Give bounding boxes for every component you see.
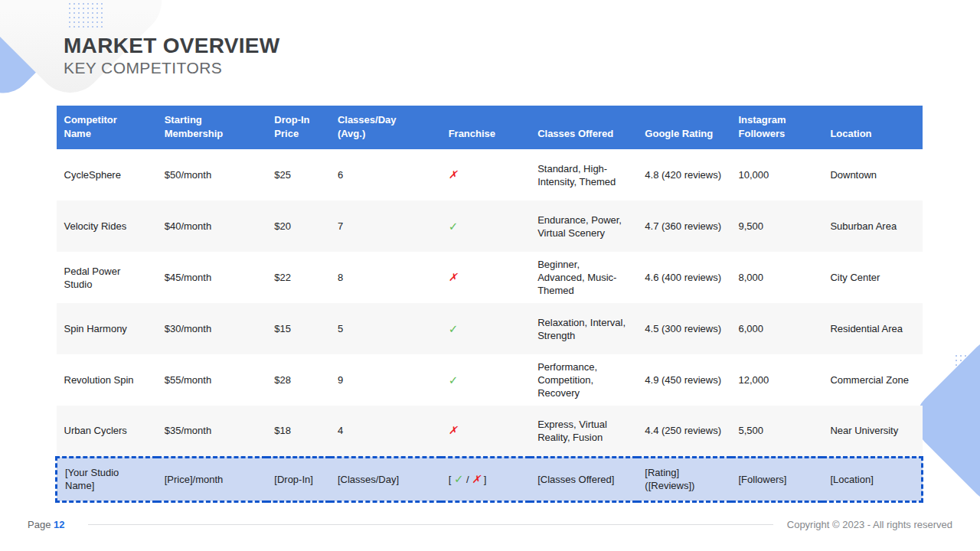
cell-classes-per-day: 4 — [330, 406, 441, 457]
cell-classes-offered: [Classes Offered] — [530, 457, 637, 501]
your-studio-row: [Your Studio Name][Price]/month[Drop-In]… — [57, 457, 923, 501]
cell-google-rating: 4.4 (250 reviews) — [637, 406, 730, 457]
cell-drop-in-price: $22 — [266, 252, 330, 303]
cell-google-rating: 4.9 (450 reviews) — [637, 354, 730, 406]
cell-starting-membership: $50/month — [157, 149, 267, 201]
column-header-franchise: Franchise — [441, 106, 530, 149]
cell-instagram-followers: 6,000 — [731, 303, 823, 354]
cell-drop-in-price: $15 — [266, 303, 330, 354]
column-header-classes-offered: Classes Offered — [530, 106, 637, 149]
cell-drop-in-price: $18 — [266, 406, 330, 457]
bracket-close: ] — [481, 474, 486, 485]
column-header-classes-per-day: Classes/Day (Avg.) — [330, 106, 441, 149]
cell-starting-membership: [Price]/month — [157, 457, 267, 501]
cell-starting-membership: $55/month — [157, 354, 267, 406]
table-row: Velocity Rides$40/month$207✓Endurance, P… — [57, 201, 923, 252]
cell-competitor-name: CycleSphere — [57, 149, 157, 201]
table-body: CycleSphere$50/month$256✗Standard, High-… — [57, 149, 923, 501]
cell-google-rating: [Rating] ([Reviews]) — [637, 457, 730, 501]
copyright-text: Copyright © 2023 - All rights reserved — [787, 519, 952, 530]
cell-classes-per-day: 5 — [330, 303, 441, 354]
cell-instagram-followers: [Followers] — [731, 457, 823, 501]
table-row: Spin Harmony$30/month$155✓Relaxation, In… — [57, 303, 923, 354]
cell-classes-per-day: 9 — [330, 354, 441, 406]
cell-competitor-name: Velocity Rides — [57, 201, 157, 252]
cell-google-rating: 4.6 (400 reviews) — [637, 252, 730, 303]
cell-drop-in-price: $28 — [266, 354, 330, 406]
cell-instagram-followers: 9,500 — [731, 201, 823, 252]
cell-classes-offered: Standard, High-Intensity, Themed — [530, 149, 637, 201]
cell-classes-per-day: 8 — [330, 252, 441, 303]
page-indicator: Page 12 — [28, 519, 64, 530]
page-title: MARKET OVERVIEW — [64, 34, 279, 58]
page-label: Page — [28, 519, 51, 530]
column-header-competitor-name: Competitor Name — [57, 106, 157, 149]
cell-franchise: [ ✓ / ✗ ] — [441, 457, 530, 501]
cell-classes-offered: Express, Virtual Reality, Fusion — [530, 406, 637, 457]
cell-location: Residential Area — [822, 303, 922, 354]
page-subtitle: KEY COMPETITORS — [64, 58, 279, 78]
footer-divider — [88, 524, 773, 525]
cell-google-rating: 4.7 (360 reviews) — [637, 201, 730, 252]
column-header-instagram-followers: Instagram Followers — [731, 106, 823, 149]
cell-starting-membership: $45/month — [157, 252, 267, 303]
table-header-row: Competitor NameStarting MembershipDrop-I… — [57, 106, 923, 149]
cell-classes-offered: Beginner, Advanced, Music-Themed — [530, 252, 637, 303]
column-header-drop-in-price: Drop-In Price — [266, 106, 330, 149]
cell-location: Near University — [822, 406, 922, 457]
cell-instagram-followers: 8,000 — [731, 252, 823, 303]
cell-classes-per-day: 6 — [330, 149, 441, 201]
column-header-location: Location — [822, 106, 922, 149]
slide: MARKET OVERVIEW KEY COMPETITORS Competit… — [0, 0, 980, 551]
decorative-dots-top-left — [67, 2, 104, 28]
cell-drop-in-price: [Drop-In] — [266, 457, 330, 501]
cell-franchise: ✗ — [441, 406, 530, 457]
franchise-check-icon: ✓ — [454, 472, 464, 485]
cell-franchise: ✗ — [441, 252, 530, 303]
cell-classes-per-day: [Classes/Day] — [330, 457, 441, 501]
cell-classes-offered: Performance, Competition, Recovery — [530, 354, 637, 406]
franchise-separator: / — [463, 474, 472, 485]
cell-franchise: ✓ — [441, 354, 530, 406]
table-row: Pedal Power Studio$45/month$228✗Beginner… — [57, 252, 923, 303]
competitors-table: Competitor NameStarting MembershipDrop-I… — [55, 106, 923, 503]
cell-classes-offered: Relaxation, Interval, Strength — [530, 303, 637, 354]
franchise-cross-icon: ✗ — [449, 271, 458, 283]
cell-competitor-name: Urban Cyclers — [57, 406, 157, 457]
cell-drop-in-price: $20 — [266, 201, 330, 252]
cell-location: Commercial Zone — [822, 354, 922, 406]
cell-google-rating: 4.8 (420 reviews) — [637, 149, 730, 201]
cell-classes-offered: Endurance, Power, Virtual Scenery — [530, 201, 637, 252]
cell-franchise: ✗ — [441, 149, 530, 201]
cell-starting-membership: $40/month — [157, 201, 267, 252]
cell-google-rating: 4.5 (300 reviews) — [637, 303, 730, 354]
cell-drop-in-price: $25 — [266, 149, 330, 201]
cell-competitor-name: Revolution Spin — [57, 354, 157, 406]
title-block: MARKET OVERVIEW KEY COMPETITORS — [64, 34, 279, 78]
cell-classes-per-day: 7 — [330, 201, 441, 252]
franchise-check-icon: ✓ — [449, 220, 459, 233]
cell-instagram-followers: 10,000 — [731, 149, 823, 201]
column-header-starting-membership: Starting Membership — [157, 106, 267, 149]
table-row: Urban Cyclers$35/month$184✗Express, Virt… — [57, 406, 923, 457]
column-header-google-rating: Google Rating — [637, 106, 730, 149]
cell-competitor-name: [Your Studio Name] — [57, 457, 157, 501]
cell-starting-membership: $30/month — [157, 303, 267, 354]
franchise-check-icon: ✓ — [449, 322, 459, 335]
franchise-cross-icon: ✗ — [472, 473, 481, 485]
franchise-check-icon: ✓ — [449, 373, 459, 386]
cell-franchise: ✓ — [441, 303, 530, 354]
cell-instagram-followers: 12,000 — [731, 354, 823, 406]
cell-franchise: ✓ — [441, 201, 530, 252]
cell-competitor-name: Pedal Power Studio — [57, 252, 157, 303]
page-number: 12 — [54, 519, 64, 530]
table-row: Revolution Spin$55/month$289✓Performance… — [57, 354, 923, 406]
bracket-open: [ — [449, 474, 454, 485]
cell-location: Suburban Area — [822, 201, 922, 252]
cell-starting-membership: $35/month — [157, 406, 267, 457]
cell-location: Downtown — [822, 149, 922, 201]
table-row: CycleSphere$50/month$256✗Standard, High-… — [57, 149, 923, 201]
cell-location: [Location] — [822, 457, 922, 501]
cell-location: City Center — [822, 252, 922, 303]
cell-instagram-followers: 5,500 — [731, 406, 823, 457]
